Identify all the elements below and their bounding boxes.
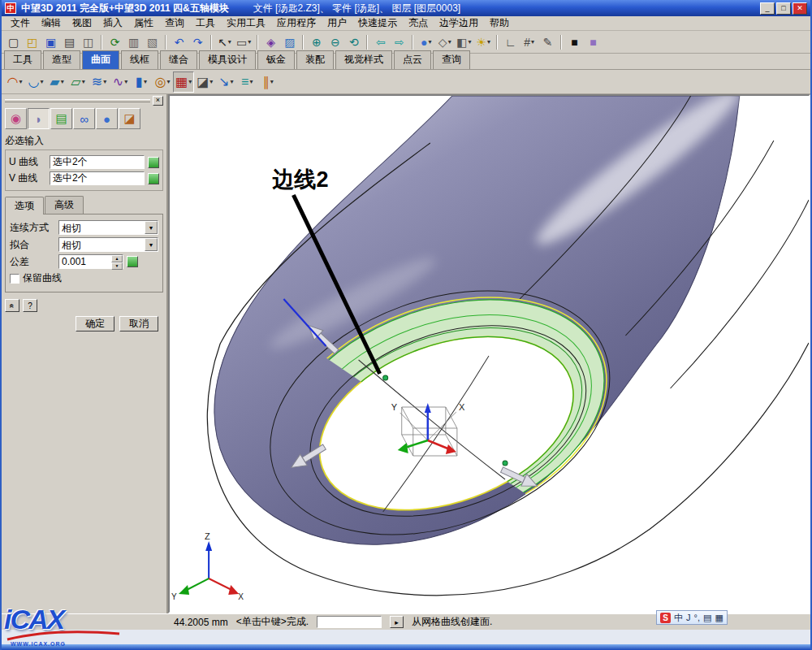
- dropdown-arrow-icon[interactable]: ▾: [188, 78, 192, 85]
- visibility-tool-button[interactable]: ∞: [73, 108, 95, 129]
- close-button[interactable]: ✕: [793, 2, 807, 15]
- panel-close-button[interactable]: ×: [153, 96, 163, 106]
- dropdown-arrow-icon[interactable]: ▾: [103, 78, 106, 85]
- palette-tool-button[interactable]: ◉: [5, 108, 27, 129]
- cancel-button[interactable]: 取消: [119, 316, 158, 332]
- light-button[interactable]: ☀▾: [474, 32, 494, 51]
- tolerance-pick-button[interactable]: [127, 256, 138, 267]
- dropdown-arrow-icon[interactable]: ▾: [270, 78, 274, 85]
- face-blend-button[interactable]: ◡▾: [25, 72, 46, 93]
- spin-down-icon[interactable]: ▼: [111, 262, 123, 270]
- undo-button[interactable]: ↶: [170, 32, 188, 51]
- menu-item[interactable]: 用户: [322, 15, 352, 31]
- color-black-swatch-button[interactable]: ■: [565, 32, 584, 51]
- layers-tool-button[interactable]: ▤: [50, 108, 72, 129]
- continuity-select[interactable]: 相切 ▼: [58, 220, 158, 235]
- annotate-pen-button[interactable]: ✎: [538, 32, 557, 51]
- dropdown-arrow-icon[interactable]: ▾: [40, 78, 43, 85]
- ribbon-tab[interactable]: 视觉样式: [335, 50, 392, 69]
- dropdown-arrow-icon[interactable]: ▾: [428, 38, 431, 46]
- ribbon-tab[interactable]: 钣金: [257, 50, 295, 69]
- menu-item[interactable]: 亮点: [403, 15, 434, 31]
- u-curve-field[interactable]: [50, 155, 145, 169]
- open-folder-button[interactable]: ◰: [23, 32, 41, 51]
- tab-options[interactable]: 选项: [5, 197, 44, 214]
- view-iso-button[interactable]: ◧▾: [454, 32, 473, 51]
- maximize-button[interactable]: □: [776, 2, 791, 15]
- panel-title-grip[interactable]: ×: [5, 95, 163, 106]
- dropdown-arrow-icon[interactable]: ▾: [82, 78, 85, 85]
- dropdown-arrow-icon[interactable]: ▾: [230, 78, 233, 85]
- view-manager-button[interactable]: ◈: [261, 32, 280, 51]
- chevron-down-icon[interactable]: ▼: [145, 238, 158, 251]
- view-next-button[interactable]: ⇨: [390, 32, 408, 51]
- print-button[interactable]: ▤: [60, 32, 79, 51]
- tolerance-stepper[interactable]: ▲ ▼: [58, 254, 123, 269]
- ribbon-tab[interactable]: 线框: [121, 50, 158, 69]
- surface-fillet-button[interactable]: ◠▾: [4, 72, 25, 93]
- print-preview-button[interactable]: ◫: [79, 32, 97, 51]
- regen-button[interactable]: ⟳: [106, 32, 124, 51]
- dropdown-arrow-icon[interactable]: ▾: [19, 78, 22, 85]
- shape-mode-icon[interactable]: J: [686, 613, 691, 622]
- status-input[interactable]: [317, 616, 382, 628]
- ime-toolbox-icon[interactable]: ▦: [715, 613, 723, 623]
- redo-button[interactable]: ↷: [188, 32, 207, 51]
- menu-item[interactable]: 视图: [67, 15, 97, 31]
- save-button[interactable]: ▣: [41, 32, 60, 51]
- menu-item[interactable]: 属性: [128, 15, 159, 31]
- edge-marker-2[interactable]: [503, 461, 508, 466]
- softkeyboard-icon[interactable]: ▤: [703, 613, 711, 623]
- edit-surface-tool-button[interactable]: ◪: [119, 108, 140, 129]
- dropdown-arrow-icon[interactable]: ▾: [124, 78, 127, 85]
- dropdown-arrow-icon[interactable]: ▾: [228, 38, 231, 46]
- spin-up-icon[interactable]: ▲: [111, 255, 123, 262]
- display-wireframe-button[interactable]: ◇▾: [435, 32, 454, 51]
- dropdown-arrow-icon[interactable]: ▾: [209, 78, 213, 85]
- tolerance-field[interactable]: [59, 255, 111, 268]
- sphere-tool-button[interactable]: ●: [96, 108, 118, 129]
- dropdown-arrow-icon[interactable]: ▾: [487, 38, 490, 46]
- ribbon-tab[interactable]: 缝合: [160, 50, 197, 69]
- menu-item[interactable]: 编辑: [36, 15, 67, 31]
- title-bar[interactable]: 中 中望3D 2011 完全版+中望3D 2011 四&五轴模块 文件 [汤匙2…: [2, 0, 810, 16]
- new-file-button[interactable]: ▢: [4, 32, 23, 51]
- dropdown-arrow-icon[interactable]: ▾: [166, 78, 170, 85]
- dropdown-arrow-icon[interactable]: ▾: [61, 78, 64, 85]
- dropdown-arrow-icon[interactable]: ▾: [468, 38, 471, 46]
- ok-button[interactable]: 确定: [76, 316, 114, 332]
- prompt-history-button[interactable]: ▸: [390, 616, 404, 628]
- ruled-surface-button[interactable]: ▱▾: [67, 72, 89, 93]
- ribbon-tab[interactable]: 点云: [394, 50, 431, 69]
- menu-item[interactable]: 查询: [159, 15, 190, 31]
- menu-item[interactable]: 快速提示: [352, 15, 403, 31]
- loft-surface-button[interactable]: ≋▾: [89, 72, 110, 93]
- help-button[interactable]: ?: [23, 299, 37, 312]
- ribbon-tab[interactable]: 模具设计: [199, 50, 256, 69]
- revolve-surface-button[interactable]: ◎▾: [152, 72, 173, 93]
- dropdown-arrow-icon[interactable]: ▾: [248, 38, 251, 46]
- menu-item[interactable]: 边学边用: [434, 15, 484, 31]
- selection-filter-button[interactable]: ▭▾: [234, 32, 253, 51]
- ribbon-tab[interactable]: 装配: [296, 50, 334, 69]
- curve-mesh-surface-button[interactable]: ▦▾: [173, 72, 194, 93]
- zoom-in-button[interactable]: ⊕: [307, 32, 326, 51]
- v-curve-field[interactable]: [50, 171, 145, 185]
- extend-surface-button[interactable]: ↘▾: [215, 72, 236, 93]
- keep-curve-checkbox[interactable]: [10, 274, 19, 284]
- chinese-mode-icon[interactable]: 中: [674, 612, 683, 624]
- menu-item[interactable]: 工具: [190, 15, 221, 31]
- menu-item[interactable]: 插入: [97, 15, 128, 31]
- ribbon-tab[interactable]: 曲面: [82, 50, 119, 69]
- collapse-button[interactable]: «: [5, 299, 19, 312]
- menu-item[interactable]: 帮助: [484, 15, 515, 31]
- zoom-out-button[interactable]: ⊖: [326, 32, 344, 51]
- menu-item[interactable]: 实用工具: [221, 15, 271, 31]
- tab-advanced[interactable]: 高级: [45, 196, 84, 214]
- chevron-down-icon[interactable]: ▼: [145, 221, 158, 234]
- viewport[interactable]: X Y 边线2 Z: [168, 94, 810, 613]
- viewport-canvas[interactable]: X Y 边线2 Z: [170, 96, 809, 612]
- trim-surface-button[interactable]: ◪▾: [194, 72, 215, 93]
- dropdown-arrow-icon[interactable]: ▾: [531, 38, 534, 46]
- layer-manager-button[interactable]: ▨: [280, 32, 299, 51]
